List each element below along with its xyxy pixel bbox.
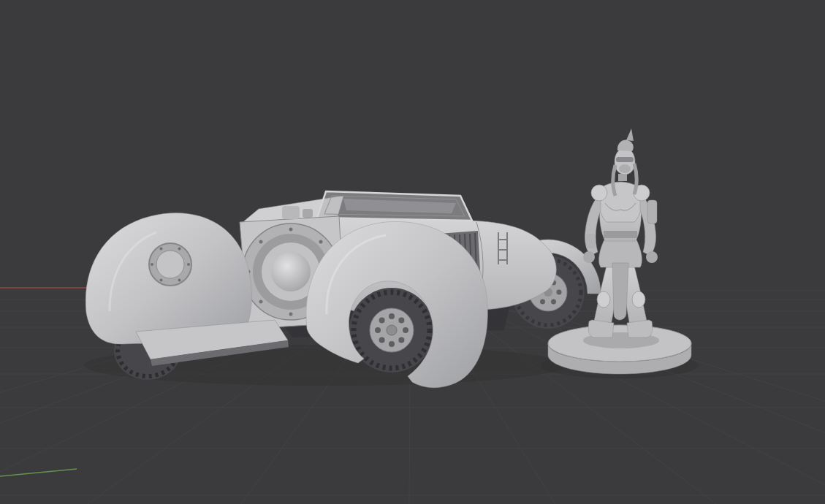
figure-respirator [619,164,631,173]
figure-hip-pouch [586,234,595,248]
figure-belt [604,231,637,238]
figure-loincloth [612,263,628,320]
car-turbine-cone [271,252,311,291]
figure-neck [618,174,627,181]
figure-left-shoulder-pad [591,185,607,201]
figure-right-knee-pad [632,291,645,308]
figure-base [548,325,691,374]
3d-viewport[interactable] [0,0,825,504]
figure-left-knee-pad [597,291,610,308]
figure-goggles [616,157,634,162]
figure-back-gear [647,200,657,224]
figure-left-hand [583,251,595,263]
car-windshield [317,191,472,221]
figure-right-boot [627,320,653,337]
figure-left-boot [588,320,614,337]
figure-right-hand [646,251,658,263]
